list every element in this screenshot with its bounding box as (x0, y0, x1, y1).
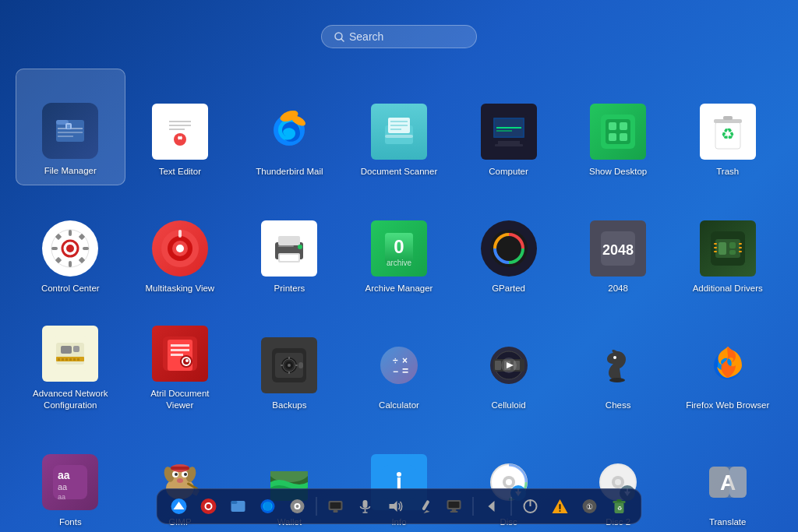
svg-rect-115 (281, 365, 283, 366)
text-editor-label: Text Editor (159, 166, 201, 178)
taskbar-files-button[interactable] (226, 494, 251, 519)
app-advanced-network[interactable]: Advanced Network Configuration (16, 302, 125, 419)
text-editor-icon (152, 104, 208, 160)
taskbar-start-button[interactable] (167, 494, 192, 519)
printers-icon (261, 220, 317, 277)
taskbar-volume-button[interactable] (383, 494, 408, 519)
svg-text:archive: archive (387, 259, 412, 267)
firefox-label: Firefox Web Browser (686, 400, 769, 411)
app-gparted[interactable]: GParted (454, 185, 563, 302)
additional-drivers-icon (700, 220, 756, 277)
taskbar-divider-1 (316, 497, 317, 516)
svg-rect-6 (58, 136, 73, 137)
additional-drivers-label: Additional Drivers (693, 283, 763, 294)
app-show-desktop[interactable]: Show Desktop (563, 69, 673, 185)
taskbar-browser-button[interactable] (256, 494, 281, 519)
svg-rect-209 (617, 499, 622, 502)
taskbar-divider-3 (511, 497, 512, 516)
app-celluloid[interactable]: Celluloid (454, 302, 563, 419)
svg-rect-49 (51, 247, 58, 250)
app-chess[interactable]: Chess (563, 302, 673, 419)
svg-point-185 (296, 505, 299, 508)
svg-point-13 (174, 133, 186, 146)
svg-rect-29 (498, 141, 520, 144)
taskbar-divider-2 (473, 497, 474, 516)
app-thunderbird[interactable]: Thunderbird Mail (235, 69, 344, 185)
svg-text:−: − (393, 366, 398, 377)
app-control-center[interactable]: Control Center (16, 185, 125, 302)
app-fonts[interactable]: aa aa aa Fonts (16, 419, 125, 532)
app-printers[interactable]: Printers (235, 185, 344, 302)
svg-point-145 (175, 473, 178, 476)
taskbar-back-button[interactable] (480, 494, 505, 519)
chess-label: Chess (606, 400, 631, 411)
document-scanner-label: Document Scanner (361, 166, 437, 178)
taskbar-screenrecorder-button[interactable] (196, 494, 221, 519)
svg-point-204 (560, 510, 561, 512)
app-2048[interactable]: 2048 2048 (563, 185, 673, 302)
app-trash[interactable]: ♻ Trash (673, 69, 782, 185)
fonts-label: Fonts (59, 516, 82, 528)
app-translate[interactable]: A Translate (673, 419, 782, 532)
svg-rect-91 (58, 358, 60, 361)
svg-marker-199 (489, 501, 495, 512)
svg-point-166 (615, 479, 621, 485)
svg-rect-102 (171, 349, 189, 351)
svg-rect-65 (278, 245, 294, 247)
app-file-manager[interactable]: File Manager (16, 69, 125, 185)
svg-point-155 (397, 472, 401, 477)
svg-rect-116 (295, 365, 298, 366)
svg-rect-114 (288, 372, 290, 374)
trash-icon: ♻ (700, 104, 756, 160)
app-calculator[interactable]: ÷ × − = Calculator (344, 302, 454, 419)
svg-point-58 (176, 245, 184, 252)
control-center-icon (42, 220, 98, 277)
app-document-scanner[interactable]: Document Scanner (344, 69, 454, 185)
app-backups[interactable]: Backups (235, 302, 344, 419)
svg-point-112 (288, 364, 291, 367)
svg-rect-33 (496, 130, 512, 132)
svg-rect-117 (298, 362, 303, 368)
svg-rect-84 (714, 251, 717, 252)
svg-rect-101 (171, 344, 189, 347)
svg-marker-192 (390, 501, 397, 512)
svg-point-46 (66, 245, 74, 252)
svg-rect-187 (330, 502, 341, 509)
svg-text:aa: aa (58, 469, 70, 481)
svg-text:♻: ♻ (617, 506, 622, 511)
taskbar-trash-button[interactable]: ♻ (607, 494, 632, 519)
app-multitasking[interactable]: Multitasking View (125, 185, 235, 302)
search-bar[interactable]: Search (321, 25, 477, 48)
svg-rect-196 (449, 502, 460, 508)
svg-rect-61 (278, 236, 300, 245)
taskbar-pen-button[interactable] (412, 494, 437, 519)
app-archive-manager[interactable]: 0 archive Archive Manager (344, 185, 454, 302)
show-desktop-icon (590, 104, 646, 160)
taskbar-badge-button[interactable]: ① (577, 494, 602, 519)
svg-text:2048: 2048 (602, 242, 634, 258)
svg-rect-203 (560, 504, 561, 509)
svg-rect-10 (169, 121, 191, 122)
svg-rect-96 (77, 358, 79, 361)
atril-label: Atril Document Viewer (137, 388, 223, 411)
taskbar-microphone-button[interactable] (353, 494, 378, 519)
app-atril[interactable]: Atril Document Viewer (125, 302, 235, 419)
svg-rect-32 (496, 127, 521, 129)
taskbar-settings-button[interactable] (285, 494, 310, 519)
app-firefox[interactable]: Firefox Web Browser (673, 302, 782, 419)
taskbar-display-button[interactable] (442, 494, 467, 519)
taskbar-power-button[interactable] (518, 494, 543, 519)
svg-rect-98 (73, 346, 79, 352)
taskbar-warning-icon[interactable] (548, 494, 573, 519)
app-computer[interactable]: Computer (454, 69, 563, 185)
app-additional-drivers[interactable]: Additional Drivers (673, 185, 782, 302)
svg-text:aa: aa (58, 482, 68, 491)
app-grid: File Manager Text Editor (16, 69, 782, 532)
svg-rect-93 (65, 358, 68, 361)
app-text-editor[interactable]: Text Editor (125, 69, 235, 185)
file-manager-label: File Manager (44, 165, 97, 177)
taskbar-vm-button[interactable] (323, 494, 348, 519)
svg-line-1 (341, 39, 344, 41)
trash-label: Trash (716, 166, 739, 178)
svg-text:÷: ÷ (393, 355, 398, 366)
